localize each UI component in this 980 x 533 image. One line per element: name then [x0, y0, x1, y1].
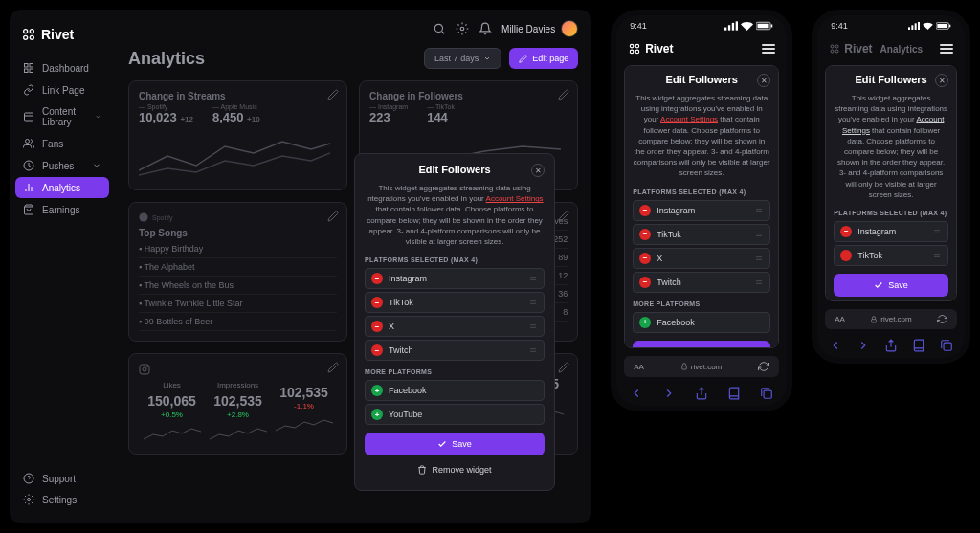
sidebar-item-label: Link Page [42, 85, 84, 96]
bookmarks-icon[interactable] [912, 339, 925, 352]
fans-icon [23, 138, 34, 149]
account-settings-link[interactable]: Account Settings [486, 194, 544, 203]
edit-icon[interactable] [558, 211, 569, 222]
url-bar[interactable]: AA rivet.com [624, 356, 779, 377]
sparkline-chart [139, 132, 330, 180]
share-icon[interactable] [695, 387, 708, 400]
remove-platform-button[interactable]: − [371, 273, 383, 284]
menu-button[interactable] [940, 44, 953, 54]
close-button[interactable]: ✕ [935, 74, 948, 87]
tabs-icon[interactable] [940, 339, 953, 352]
remove-platform-button[interactable]: − [639, 253, 651, 264]
add-platform-button[interactable]: + [371, 409, 383, 420]
platform-item-instagram[interactable]: −Instagram [834, 221, 948, 242]
platform-item-youtube[interactable]: +YouTube [365, 404, 545, 425]
forward-icon[interactable] [662, 387, 676, 400]
drag-icon[interactable] [932, 252, 942, 259]
back-icon[interactable] [630, 387, 643, 400]
remove-platform-button[interactable]: − [639, 229, 651, 240]
remove-platform-button[interactable]: − [840, 250, 852, 261]
remove-platform-button[interactable]: − [639, 277, 651, 288]
svg-point-62 [835, 50, 838, 53]
account-settings-link[interactable]: Account Settings [660, 115, 718, 123]
url-bar[interactable]: AA rivet.com [825, 309, 957, 329]
platform-name: TikTok [858, 251, 926, 260]
remove-platform-button[interactable]: − [371, 321, 383, 332]
card-title: Change in Followers [369, 91, 568, 101]
svg-point-59 [831, 45, 834, 48]
sidebar-item-content-library[interactable]: Content Library [15, 101, 109, 132]
close-button[interactable]: ✕ [531, 164, 545, 177]
drag-icon[interactable] [754, 278, 764, 286]
platform-item-facebook[interactable]: +Facebook [633, 312, 770, 333]
sidebar-item-dashboard[interactable]: Dashboard [15, 57, 109, 78]
bookmarks-icon[interactable] [727, 387, 741, 400]
drag-icon[interactable] [754, 255, 764, 262]
svg-rect-31 [724, 28, 726, 31]
refresh-icon[interactable] [937, 314, 947, 324]
remove-platform-button[interactable]: − [371, 297, 383, 308]
status-bar: 9:41 [616, 15, 787, 36]
close-button[interactable]: ✕ [757, 74, 770, 87]
date-range-button[interactable]: Last 7 days [424, 48, 501, 69]
add-platform-button[interactable]: + [371, 385, 383, 396]
remove-platform-button[interactable]: − [840, 226, 852, 237]
edit-page-button[interactable]: Edit page [509, 48, 578, 69]
edit-icon[interactable] [327, 362, 339, 373]
platform-item-x[interactable]: −X [633, 248, 770, 269]
platform-name: TikTok [657, 230, 748, 239]
drag-icon[interactable] [754, 207, 764, 214]
platform-item-tiktok[interactable]: −TikTok [834, 245, 948, 266]
edit-icon[interactable] [327, 211, 339, 222]
platform-item-instagram[interactable]: −Instagram [633, 200, 770, 221]
menu-button[interactable] [762, 44, 775, 54]
edit-icon[interactable] [327, 89, 339, 100]
drag-icon[interactable] [528, 322, 538, 330]
sidebar-item-pushes[interactable]: Pushes [15, 155, 109, 176]
share-icon[interactable] [884, 339, 898, 352]
platform-name: X [657, 254, 748, 263]
add-platform-button[interactable]: + [639, 317, 651, 328]
forward-icon[interactable] [857, 339, 870, 352]
refresh-icon[interactable] [758, 361, 769, 372]
sidebar-item-settings[interactable]: Settings [15, 489, 109, 510]
status-bar: 9:41 [817, 15, 965, 36]
sidebar-item-label: Earnings [42, 205, 79, 215]
save-button[interactable]: Save [633, 341, 770, 349]
remove-platform-button[interactable]: − [639, 205, 651, 216]
drag-icon[interactable] [528, 346, 538, 354]
remove-widget-button[interactable]: Remove widget [365, 459, 545, 480]
save-button[interactable]: Save [365, 433, 545, 455]
sidebar-item-earnings[interactable]: Earnings [15, 199, 109, 220]
metric-label: — TikTok [427, 103, 455, 110]
nav-main: DashboardLink PageContent LibraryFansPus… [10, 52, 115, 462]
sidebar-item-link-page[interactable]: Link Page [15, 79, 109, 100]
drag-icon[interactable] [528, 299, 538, 306]
drag-icon[interactable] [754, 231, 764, 238]
platform-item-twitch[interactable]: −Twitch [633, 272, 770, 293]
sidebar-item-fans[interactable]: Fans [15, 133, 109, 154]
platform-item-tiktok[interactable]: −TikTok [633, 224, 770, 245]
remove-widget-button[interactable]: Remove widget [834, 300, 948, 301]
platform-item-tiktok[interactable]: −TikTok [365, 292, 545, 313]
save-button[interactable]: Save [834, 274, 948, 297]
remove-platform-button[interactable]: − [371, 344, 383, 356]
font-size-toggle[interactable]: AA [634, 363, 644, 371]
drag-icon[interactable] [528, 275, 538, 282]
trash-icon [417, 465, 427, 475]
edit-icon[interactable] [558, 89, 569, 100]
edit-icon[interactable] [558, 362, 569, 373]
platform-item-x[interactable]: −X [365, 316, 545, 337]
platform-item-facebook[interactable]: +Facebook [365, 380, 545, 401]
platform-item-instagram[interactable]: −Instagram [365, 268, 545, 289]
platform-item-twitch[interactable]: −Twitch [365, 340, 545, 361]
sidebar-item-support[interactable]: Support [15, 468, 109, 489]
font-size-toggle[interactable]: AA [835, 315, 845, 323]
back-icon[interactable] [829, 339, 842, 352]
sidebar-item-analytics[interactable]: Analytics [15, 177, 109, 198]
tabs-icon[interactable] [760, 387, 773, 400]
svg-rect-55 [918, 22, 920, 30]
drag-icon[interactable] [932, 228, 942, 235]
modal-title: Edit Followers [666, 74, 738, 85]
platform-name: TikTok [389, 298, 523, 307]
